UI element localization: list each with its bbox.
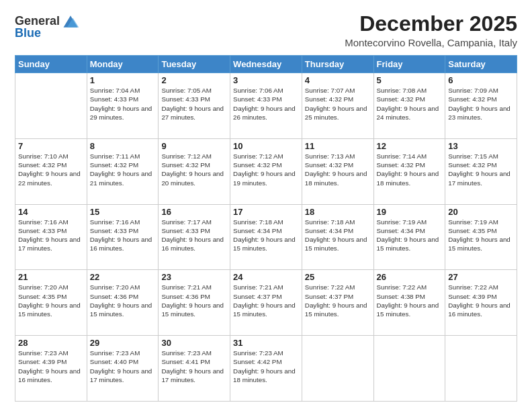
sunset-text: Sunset: 4:32 PM: [90, 161, 138, 169]
day-number: 20: [448, 207, 514, 217]
daylight-text: Daylight: 9 hours and 24 minutes.: [377, 105, 439, 121]
daylight-text: Daylight: 9 hours and 15 minutes.: [161, 302, 224, 318]
day-detail: Sunrise: 7:22 AMSunset: 4:39 PMDaylight:…: [448, 283, 514, 318]
sunrise-text: Sunrise: 7:05 AM: [161, 87, 212, 94]
table-row: 25Sunrise: 7:22 AMSunset: 4:37 PMDayligh…: [302, 270, 373, 336]
col-saturday: Saturday: [445, 56, 517, 73]
daylight-text: Daylight: 9 hours and 15 minutes.: [377, 236, 439, 252]
table-row: 6Sunrise: 7:09 AMSunset: 4:32 PMDaylight…: [445, 73, 517, 139]
sunrise-text: Sunrise: 7:18 AM: [305, 218, 355, 226]
table-row: 27Sunrise: 7:22 AMSunset: 4:39 PMDayligh…: [445, 270, 517, 336]
day-number: 30: [161, 338, 227, 348]
table-row: 12Sunrise: 7:14 AMSunset: 4:32 PMDayligh…: [373, 138, 445, 204]
logo: General Blue: [15, 12, 80, 40]
day-number: 21: [18, 272, 84, 282]
sunrise-text: Sunrise: 7:13 AM: [305, 152, 355, 160]
daylight-text: Daylight: 9 hours and 17 minutes.: [18, 236, 81, 252]
sunrise-text: Sunrise: 7:20 AM: [90, 283, 140, 291]
day-number: 11: [305, 141, 371, 151]
sunrise-text: Sunrise: 7:11 AM: [90, 152, 140, 160]
day-number: 25: [305, 272, 371, 282]
day-number: 4: [305, 75, 371, 85]
location: Montecorvino Rovella, Campania, Italy: [345, 37, 517, 48]
calendar-week-row: 7Sunrise: 7:10 AMSunset: 4:32 PMDaylight…: [15, 138, 517, 204]
day-number: 9: [161, 141, 227, 151]
table-row: 11Sunrise: 7:13 AMSunset: 4:32 PMDayligh…: [302, 138, 373, 204]
sunset-text: Sunset: 4:36 PM: [90, 293, 138, 300]
day-number: 8: [90, 141, 156, 151]
sunset-text: Sunset: 4:32 PM: [233, 161, 281, 169]
sunset-text: Sunset: 4:32 PM: [377, 161, 425, 169]
daylight-text: Daylight: 9 hours and 18 minutes.: [233, 367, 296, 383]
table-row: 14Sunrise: 7:16 AMSunset: 4:33 PMDayligh…: [15, 204, 87, 270]
table-row: 20Sunrise: 7:19 AMSunset: 4:35 PMDayligh…: [445, 204, 517, 270]
day-number: 22: [90, 272, 156, 282]
daylight-text: Daylight: 9 hours and 15 minutes.: [377, 302, 439, 318]
daylight-text: Daylight: 9 hours and 18 minutes.: [305, 170, 367, 186]
daylight-text: Daylight: 9 hours and 26 minutes.: [233, 105, 296, 121]
sunset-text: Sunset: 4:32 PM: [448, 95, 496, 103]
table-row: 30Sunrise: 7:23 AMSunset: 4:41 PMDayligh…: [159, 336, 230, 402]
table-row: 3Sunrise: 7:06 AMSunset: 4:33 PMDaylight…: [230, 73, 302, 139]
sunrise-text: Sunrise: 7:06 AM: [233, 87, 283, 94]
day-detail: Sunrise: 7:23 AMSunset: 4:41 PMDaylight:…: [161, 349, 227, 384]
table-row: 23Sunrise: 7:21 AMSunset: 4:36 PMDayligh…: [159, 270, 230, 336]
sunset-text: Sunset: 4:37 PM: [305, 293, 353, 300]
sunset-text: Sunset: 4:36 PM: [161, 293, 210, 300]
table-row: 1Sunrise: 7:04 AMSunset: 4:33 PMDaylight…: [87, 73, 159, 139]
col-friday: Friday: [373, 56, 445, 73]
col-monday: Monday: [87, 56, 159, 73]
day-number: 31: [233, 338, 299, 348]
sunrise-text: Sunrise: 7:22 AM: [377, 283, 427, 291]
day-detail: Sunrise: 7:20 AMSunset: 4:36 PMDaylight:…: [90, 283, 156, 318]
logo-blue-text: Blue: [15, 27, 41, 40]
table-row: 8Sunrise: 7:11 AMSunset: 4:32 PMDaylight…: [87, 138, 159, 204]
sunset-text: Sunset: 4:32 PM: [377, 95, 425, 103]
sunset-text: Sunset: 4:39 PM: [18, 358, 66, 365]
sunset-text: Sunset: 4:32 PM: [161, 161, 210, 169]
sunrise-text: Sunrise: 7:21 AM: [161, 283, 212, 291]
col-sunday: Sunday: [15, 56, 87, 73]
col-tuesday: Tuesday: [159, 56, 230, 73]
table-row: 16Sunrise: 7:17 AMSunset: 4:33 PMDayligh…: [159, 204, 230, 270]
calendar-week-row: 28Sunrise: 7:23 AMSunset: 4:39 PMDayligh…: [15, 336, 517, 402]
sunset-text: Sunset: 4:42 PM: [233, 358, 281, 365]
sunrise-text: Sunrise: 7:21 AM: [233, 283, 283, 291]
sunrise-text: Sunrise: 7:23 AM: [161, 349, 212, 357]
sunset-text: Sunset: 4:32 PM: [448, 161, 496, 169]
daylight-text: Daylight: 9 hours and 20 minutes.: [161, 170, 224, 186]
sunset-text: Sunset: 4:33 PM: [90, 95, 138, 103]
day-number: 7: [18, 141, 84, 151]
sunrise-text: Sunrise: 7:16 AM: [18, 218, 69, 226]
sunset-text: Sunset: 4:34 PM: [233, 227, 281, 234]
sunset-text: Sunset: 4:33 PM: [161, 95, 210, 103]
sunrise-text: Sunrise: 7:04 AM: [90, 87, 140, 94]
sunset-text: Sunset: 4:33 PM: [233, 95, 281, 103]
table-row: 5Sunrise: 7:08 AMSunset: 4:32 PMDaylight…: [373, 73, 445, 139]
sunset-text: Sunset: 4:38 PM: [377, 293, 425, 300]
header: General Blue December 2025 Montecorvino …: [15, 12, 517, 48]
daylight-text: Daylight: 9 hours and 15 minutes.: [305, 236, 367, 252]
sunrise-text: Sunrise: 7:16 AM: [90, 218, 140, 226]
day-detail: Sunrise: 7:15 AMSunset: 4:32 PMDaylight:…: [448, 152, 514, 187]
calendar-week-row: 1Sunrise: 7:04 AMSunset: 4:33 PMDaylight…: [15, 73, 517, 139]
daylight-text: Daylight: 9 hours and 15 minutes.: [233, 236, 296, 252]
table-row: 17Sunrise: 7:18 AMSunset: 4:34 PMDayligh…: [230, 204, 302, 270]
sunset-text: Sunset: 4:33 PM: [161, 227, 210, 234]
logo-icon: [61, 12, 80, 31]
day-detail: Sunrise: 7:21 AMSunset: 4:37 PMDaylight:…: [233, 283, 299, 318]
sunrise-text: Sunrise: 7:07 AM: [305, 87, 355, 94]
sunrise-text: Sunrise: 7:19 AM: [377, 218, 427, 226]
sunrise-text: Sunrise: 7:22 AM: [448, 283, 498, 291]
title-block: December 2025 Montecorvino Rovella, Camp…: [345, 12, 517, 48]
day-detail: Sunrise: 7:23 AMSunset: 4:42 PMDaylight:…: [233, 349, 299, 384]
day-detail: Sunrise: 7:20 AMSunset: 4:35 PMDaylight:…: [18, 283, 84, 318]
daylight-text: Daylight: 9 hours and 23 minutes.: [448, 105, 511, 121]
table-row: 7Sunrise: 7:10 AMSunset: 4:32 PMDaylight…: [15, 138, 87, 204]
table-row: 9Sunrise: 7:12 AMSunset: 4:32 PMDaylight…: [159, 138, 230, 204]
daylight-text: Daylight: 9 hours and 16 minutes.: [161, 236, 224, 252]
table-row: 31Sunrise: 7:23 AMSunset: 4:42 PMDayligh…: [230, 336, 302, 402]
table-row: 10Sunrise: 7:12 AMSunset: 4:32 PMDayligh…: [230, 138, 302, 204]
day-number: 17: [233, 207, 299, 217]
day-detail: Sunrise: 7:07 AMSunset: 4:32 PMDaylight:…: [305, 86, 371, 122]
